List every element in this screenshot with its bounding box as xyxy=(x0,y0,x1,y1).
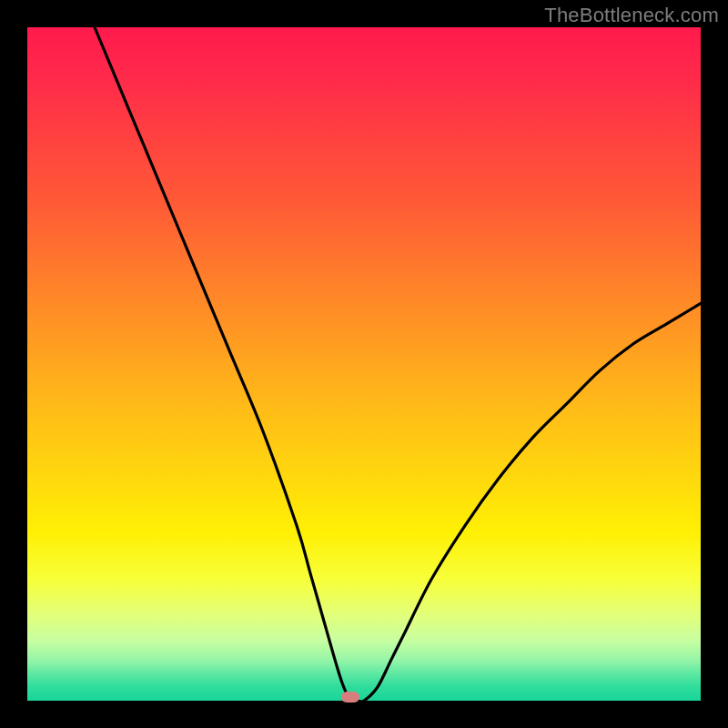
plot-area xyxy=(27,27,701,701)
watermark-text: TheBottleneck.com xyxy=(544,4,719,27)
bottleneck-curve xyxy=(27,27,701,701)
chart-frame: TheBottleneck.com xyxy=(0,0,728,728)
optimum-marker xyxy=(341,692,359,703)
